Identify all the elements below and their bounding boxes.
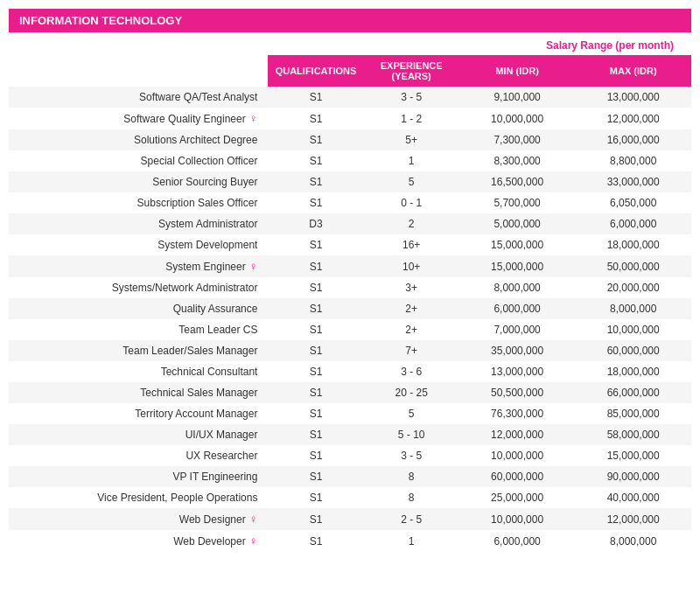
min-salary-cell: 8,000,000 — [459, 277, 576, 298]
job-name-cell: Vice President, People Operations — [9, 487, 268, 508]
job-name-cell: Systems/Network Administrator — [9, 277, 268, 298]
max-salary-cell: 18,000,000 — [575, 361, 691, 382]
exp-cell: 3 - 6 — [364, 361, 459, 382]
table-row: Web Developer♀S116,000,0008,000,000 — [9, 530, 691, 552]
person-icon: ♀ — [249, 112, 258, 125]
qual-cell: S1 — [268, 129, 363, 150]
max-salary-cell: 15,000,000 — [575, 445, 691, 466]
qual-cell: S1 — [268, 382, 363, 403]
table-row: Solutions Architect DegreeS15+7,300,0001… — [9, 129, 691, 150]
job-title: Team Leader CS — [178, 324, 257, 336]
min-salary-cell: 10,000,000 — [459, 445, 576, 466]
min-salary-cell: 6,000,000 — [459, 298, 576, 319]
min-salary-cell: 50,500,000 — [459, 382, 576, 403]
min-salary-cell: 15,000,000 — [459, 255, 576, 277]
qual-cell: S1 — [268, 487, 363, 508]
exp-cell: 8 — [364, 466, 459, 487]
max-salary-cell: 8,800,000 — [575, 150, 691, 171]
table-row: Software Quality Engineer♀S11 - 210,000,… — [9, 108, 691, 129]
exp-cell: 5 — [364, 403, 459, 424]
qual-cell: D3 — [268, 213, 363, 234]
qual-cell: S1 — [268, 108, 363, 129]
job-title: Software Quality Engineer — [123, 113, 245, 125]
job-title: Web Designer — [179, 513, 246, 526]
qual-cell: S1 — [268, 445, 363, 466]
qual-cell: S1 — [268, 298, 363, 319]
max-salary-cell: 33,000,000 — [575, 171, 691, 192]
exp-cell: 2 - 5 — [364, 508, 459, 530]
job-title: Software QA/Test Analyst — [139, 91, 257, 103]
job-title: Quality Assurance — [173, 303, 258, 315]
exp-cell: 5+ — [364, 129, 459, 150]
qual-cell: S1 — [268, 277, 363, 298]
table-row: Territory Account ManagerS1576,300,00085… — [9, 403, 691, 424]
section-header: INFORMATION TECHNOLOGY — [9, 9, 691, 32]
job-title: Technical Consultant — [161, 366, 258, 378]
min-salary-cell: 10,000,000 — [459, 508, 576, 530]
qual-cell: S1 — [268, 340, 363, 361]
max-salary-cell: 66,000,000 — [575, 382, 691, 403]
job-title: UI/UX Manager — [186, 429, 258, 441]
job-name-cell: Team Leader CS — [9, 319, 268, 340]
min-salary-cell: 35,000,000 — [459, 340, 576, 361]
job-title: Territory Account Manager — [135, 408, 257, 420]
min-salary-cell: 60,000,000 — [459, 466, 576, 487]
max-salary-cell: 20,000,000 — [575, 277, 691, 298]
exp-cell: 2+ — [364, 298, 459, 319]
max-salary-cell: 8,000,000 — [575, 298, 691, 319]
table-row: Web Designer♀S12 - 510,000,00012,000,000 — [9, 508, 691, 530]
max-salary-cell: 50,000,000 — [575, 255, 691, 277]
person-icon: ♀ — [249, 260, 258, 273]
min-salary-cell: 9,100,000 — [459, 87, 576, 108]
exp-cell: 1 — [364, 150, 459, 171]
table-row: Special Collection OfficerS118,300,0008,… — [9, 150, 691, 171]
qual-cell: S1 — [268, 530, 363, 552]
max-salary-cell: 12,000,000 — [575, 108, 691, 129]
job-name-cell: Technical Sales Manager — [9, 382, 268, 403]
max-salary-cell: 10,000,000 — [575, 319, 691, 340]
job-name-cell: Special Collection Officer — [9, 150, 268, 171]
qual-cell: S1 — [268, 361, 363, 382]
exp-cell: 16+ — [364, 234, 459, 255]
exp-cell: 7+ — [364, 340, 459, 361]
col-max: MAX (IDR) — [575, 55, 691, 87]
max-salary-cell: 18,000,000 — [575, 234, 691, 255]
min-salary-cell: 7,000,000 — [459, 319, 576, 340]
exp-cell: 10+ — [364, 255, 459, 277]
job-title: Vice President, People Operations — [97, 492, 257, 504]
table-row: System DevelopmentS116+15,000,00018,000,… — [9, 234, 691, 255]
table-row: Quality AssuranceS12+6,000,0008,000,000 — [9, 298, 691, 319]
person-icon: ♀ — [249, 513, 258, 526]
job-name-cell: System Development — [9, 234, 268, 255]
max-salary-cell: 8,000,000 — [575, 530, 691, 552]
table-row: VP IT EngineeringS1860,000,00090,000,000 — [9, 466, 691, 487]
col-min: MIN (IDR) — [459, 55, 576, 87]
qual-cell: S1 — [268, 403, 363, 424]
job-title: Team Leader/Sales Manager — [122, 345, 257, 357]
job-name-cell: System Administrator — [9, 213, 268, 234]
exp-cell: 20 - 25 — [364, 382, 459, 403]
max-salary-cell: 85,000,000 — [575, 403, 691, 424]
table-row: Subscription Sales OfficerS10 - 15,700,0… — [9, 192, 691, 213]
job-name-cell: Web Designer♀ — [9, 508, 268, 530]
qual-cell: S1 — [268, 466, 363, 487]
exp-cell: 8 — [364, 487, 459, 508]
min-salary-cell: 8,300,000 — [459, 150, 576, 171]
min-salary-cell: 76,300,000 — [459, 403, 576, 424]
job-name-cell: Team Leader/Sales Manager — [9, 340, 268, 361]
job-name-cell: Technical Consultant — [9, 361, 268, 382]
table-row: UX ResearcherS13 - 510,000,00015,000,000 — [9, 445, 691, 466]
max-salary-cell: 12,000,000 — [575, 508, 691, 530]
exp-cell: 3+ — [364, 277, 459, 298]
exp-cell: 1 - 2 — [364, 108, 459, 129]
job-title: System Engineer — [165, 261, 245, 273]
col-experience: EXPERIENCE (YEARS) — [364, 55, 459, 87]
min-salary-cell: 15,000,000 — [459, 234, 576, 255]
max-salary-cell: 90,000,000 — [575, 466, 691, 487]
min-salary-cell: 7,300,000 — [459, 129, 576, 150]
table-row: System AdministratorD325,000,0006,000,00… — [9, 213, 691, 234]
max-salary-cell: 6,050,000 — [575, 192, 691, 213]
salary-table: QUALIFICATIONS EXPERIENCE (YEARS) MIN (I… — [9, 55, 691, 552]
salary-range-label: Salary Range (per month) — [9, 39, 691, 52]
qual-cell: S1 — [268, 192, 363, 213]
